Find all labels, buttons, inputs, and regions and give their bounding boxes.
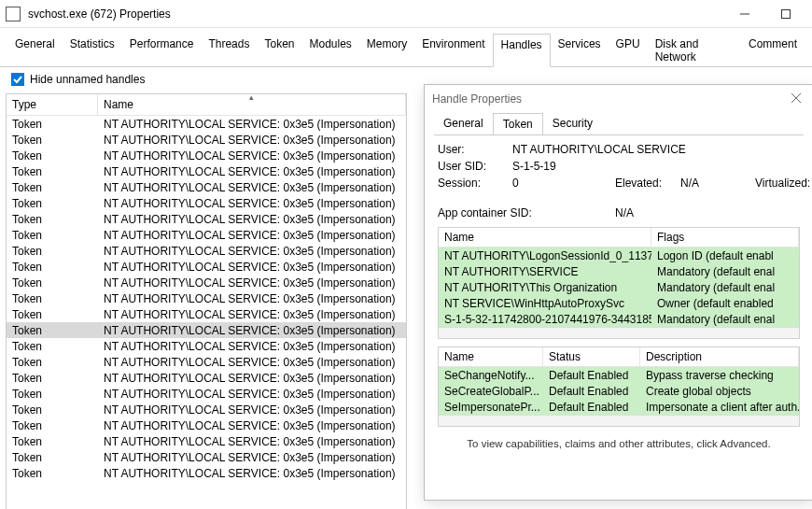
label-session: Session: [438,177,512,203]
panel-footer-note: To view capabilities, claims and other a… [438,434,800,455]
sort-indicator-icon: ▴ [249,93,254,102]
column-header-type[interactable]: Type [7,94,98,115]
panel-close-button[interactable] [787,92,805,106]
app-icon [6,7,21,21]
panel-title: Handle Properties [432,92,787,106]
tab-modules[interactable]: Modules [301,34,358,67]
table-row[interactable]: SeCreateGlobalP...Default EnabledCreate … [439,383,799,399]
handles-list-header[interactable]: Type ▴ Name [7,94,406,116]
tab-performance[interactable]: Performance [122,34,202,67]
tab-handles[interactable]: Handles [493,34,551,67]
table-row[interactable]: TokenNT AUTHORITY\LOCAL SERVICE: 0x3e5 (… [7,402,406,417]
label-elevated: Elevated: [615,177,680,203]
tab-threads[interactable]: Threads [201,34,257,67]
table-row[interactable]: TokenNT AUTHORITY\LOCAL SERVICE: 0x3e5 (… [7,370,406,386]
table-row[interactable]: SeImpersonatePr...Default EnabledImperso… [439,399,799,415]
groups-table[interactable]: Name Flags NT AUTHORITY\LogonSessionId_0… [438,227,800,339]
table-row[interactable]: TokenNT AUTHORITY\LOCAL SERVICE: 0x3e5 (… [7,163,406,179]
tab-gpu[interactable]: GPU [609,34,648,67]
svg-rect-1 [782,9,791,18]
table-row[interactable]: TokenNT AUTHORITY\LOCAL SERVICE: 0x3e5 (… [7,148,406,163]
table-row[interactable]: SeChangeNotify...Default EnabledBypass t… [439,367,799,383]
label-app-container-sid: App container SID: [438,206,615,219]
table-row[interactable]: TokenNT AUTHORITY\LOCAL SERVICE: 0x3e5 (… [7,338,406,354]
window-titlebar: svchost.exe (672) Properties [0,0,812,28]
table-row[interactable]: TokenNT AUTHORITY\LOCAL SERVICE: 0x3e5 (… [7,433,406,449]
window-title: svchost.exe (672) Properties [28,7,724,21]
table-row[interactable]: TokenNT AUTHORITY\LOCAL SERVICE: 0x3e5 (… [7,211,406,227]
label-virtualized: Virtualized: [755,177,812,203]
privs-header-status[interactable]: Status [543,347,640,366]
table-row[interactable]: NT SERVICE\WinHttpAutoProxySvcOwner (def… [439,295,799,311]
panel-tab-general[interactable]: General [434,113,493,135]
table-row[interactable]: TokenNT AUTHORITY\LOCAL SERVICE: 0x3e5 (… [7,449,406,465]
table-row[interactable]: NT AUTHORITY\This OrganizationMandatory … [439,279,799,295]
table-row[interactable]: TokenNT AUTHORITY\LOCAL SERVICE: 0x3e5 (… [7,275,406,290]
tab-disk-and-network[interactable]: Disk and Network [648,34,741,67]
tab-comment[interactable]: Comment [741,34,805,67]
tab-memory[interactable]: Memory [359,34,414,67]
value-user: NT AUTHORITY\LOCAL SERVICE [512,143,812,156]
minimize-button[interactable] [724,0,765,28]
value-app-container-sid: N/A [615,206,812,219]
table-row[interactable]: TokenNT AUTHORITY\LOCAL SERVICE: 0x3e5 (… [7,259,406,275]
table-row[interactable]: NT AUTHORITY\LogonSessionId_0_113779Logo… [439,247,799,263]
panel-tab-token[interactable]: Token [493,113,543,135]
table-row[interactable]: TokenNT AUTHORITY\LOCAL SERVICE: 0x3e5 (… [7,322,406,338]
horizontal-scrollbar[interactable] [439,415,799,426]
table-row[interactable]: TokenNT AUTHORITY\LOCAL SERVICE: 0x3e5 (… [7,227,406,243]
privs-header-name[interactable]: Name [439,347,543,366]
privs-header-description[interactable]: Description [640,347,799,366]
label-user-sid: User SID: [438,160,512,173]
label-user: User: [438,143,512,156]
table-row[interactable]: TokenNT AUTHORITY\LOCAL SERVICE: 0x3e5 (… [7,116,406,132]
table-row[interactable]: NT AUTHORITY\SERVICEMandatory (default e… [439,263,799,279]
panel-tabstrip: GeneralTokenSecurity [425,113,812,135]
handle-properties-panel: Handle Properties GeneralTokenSecurity U… [424,84,812,501]
tab-statistics[interactable]: Statistics [63,34,122,67]
maximize-button[interactable] [765,0,806,28]
table-row[interactable]: TokenNT AUTHORITY\LOCAL SERVICE: 0x3e5 (… [7,354,406,370]
table-row[interactable]: TokenNT AUTHORITY\LOCAL SERVICE: 0x3e5 (… [7,195,406,211]
hide-unnamed-checkbox[interactable] [11,73,24,86]
value-user-sid: S-1-5-19 [512,160,812,173]
table-row[interactable]: TokenNT AUTHORITY\LOCAL SERVICE: 0x3e5 (… [7,290,406,306]
value-elevated: N/A [680,177,755,203]
handles-list[interactable]: Type ▴ Name TokenNT AUTHORITY\LOCAL SERV… [6,93,407,509]
groups-header-flags[interactable]: Flags [651,228,799,247]
privileges-table[interactable]: Name Status Description SeChangeNotify..… [438,346,800,427]
table-row[interactable]: TokenNT AUTHORITY\LOCAL SERVICE: 0x3e5 (… [7,179,406,195]
table-row[interactable]: TokenNT AUTHORITY\LOCAL SERVICE: 0x3e5 (… [7,132,406,148]
table-row[interactable]: TokenNT AUTHORITY\LOCAL SERVICE: 0x3e5 (… [7,386,406,402]
table-row[interactable]: TokenNT AUTHORITY\LOCAL SERVICE: 0x3e5 (… [7,243,406,259]
panel-titlebar: Handle Properties [425,85,812,113]
token-summary: User: NT AUTHORITY\LOCAL SERVICE User SI… [438,143,800,219]
value-session: 0 [512,177,615,203]
panel-tab-security[interactable]: Security [543,113,602,135]
tab-token[interactable]: Token [257,34,301,67]
hide-unnamed-label: Hide unnamed handles [30,73,145,86]
horizontal-scrollbar[interactable] [439,327,799,338]
tab-services[interactable]: Services [551,34,609,67]
groups-header-name[interactable]: Name [439,228,651,247]
column-header-name[interactable]: ▴ Name [98,94,406,115]
table-row[interactable]: TokenNT AUTHORITY\LOCAL SERVICE: 0x3e5 (… [7,417,406,433]
main-tabstrip: GeneralStatisticsPerformanceThreadsToken… [0,28,812,67]
table-row[interactable]: S-1-5-32-11742800-2107441976-344318592..… [439,311,799,327]
tab-general[interactable]: General [7,34,63,67]
table-row[interactable]: TokenNT AUTHORITY\LOCAL SERVICE: 0x3e5 (… [7,306,406,322]
tab-environment[interactable]: Environment [414,34,492,67]
table-row[interactable]: TokenNT AUTHORITY\LOCAL SERVICE: 0x3e5 (… [7,465,406,481]
